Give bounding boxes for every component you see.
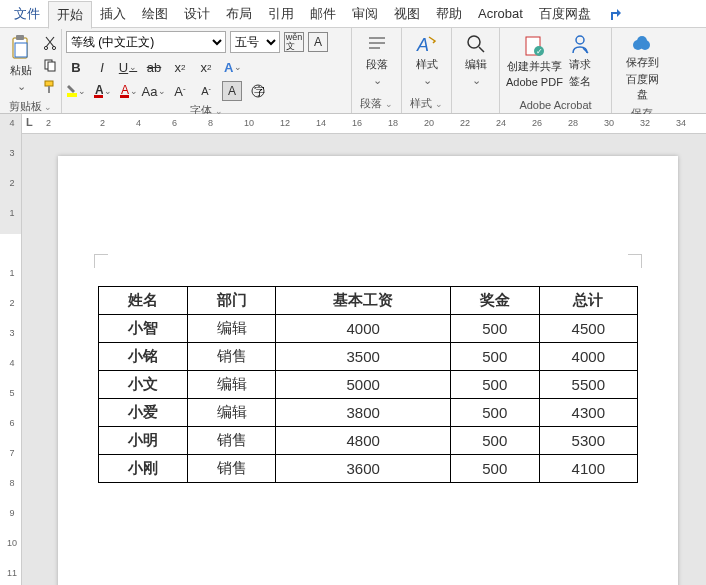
table-cell[interactable]: 500 — [450, 455, 539, 483]
vertical-ruler[interactable]: 43211234567891011 — [0, 114, 22, 585]
group-label-paragraph[interactable]: 段落 — [360, 97, 393, 109]
tab-5[interactable]: 引用 — [260, 1, 302, 27]
enclose-char-button[interactable]: 字 — [248, 81, 268, 101]
svg-rect-2 — [15, 43, 27, 57]
table-cell[interactable]: 小铭 — [99, 343, 188, 371]
tab-11[interactable]: 百度网盘 — [531, 1, 599, 27]
data-table[interactable]: 姓名部门基本工资奖金总计 小智编辑40005004500小铭销售35005004… — [98, 286, 638, 483]
underline-button[interactable]: U⌄ — [118, 57, 138, 77]
shrink-font-button[interactable]: Aˇ — [196, 81, 216, 101]
cut-button[interactable] — [40, 33, 60, 53]
tab-7[interactable]: 审阅 — [344, 1, 386, 27]
table-cell[interactable]: 5300 — [539, 427, 637, 455]
strike-button[interactable]: ab — [144, 57, 164, 77]
editing-button[interactable]: 编辑⌄ — [456, 31, 495, 89]
page-area[interactable]: 姓名部门基本工资奖金总计 小智编辑40005004500小铭销售35005004… — [22, 134, 706, 585]
text-effects-button[interactable]: A⌄ — [222, 57, 242, 77]
table-row[interactable]: 小铭销售35005004000 — [99, 343, 638, 371]
table-row[interactable]: 小刚销售36005004100 — [99, 455, 638, 483]
share-icon[interactable] — [603, 2, 627, 26]
table-cell[interactable]: 编辑 — [187, 315, 276, 343]
table-row[interactable]: 小文编辑50005005500 — [99, 371, 638, 399]
create-share-pdf-button[interactable]: ✓ 创建并共享 Adobe PDF — [504, 31, 565, 91]
table-cell[interactable]: 500 — [450, 371, 539, 399]
font-family-select[interactable]: 等线 (中文正文) — [66, 31, 226, 53]
table-cell[interactable]: 小爱 — [99, 399, 188, 427]
table-cell[interactable]: 500 — [450, 427, 539, 455]
table-cell[interactable]: 4000 — [276, 315, 451, 343]
request-sign-button[interactable]: 请求 签名 — [567, 31, 593, 91]
phonetic-guide-button[interactable]: wěn文 — [284, 32, 304, 52]
char-border-button[interactable]: A — [308, 32, 328, 52]
svg-rect-7 — [45, 81, 53, 86]
char-shading-color-button[interactable]: A⌄ — [118, 81, 138, 101]
save-baidu-button[interactable]: 保存到 百度网盘 — [616, 31, 668, 104]
font-size-select[interactable]: 五号 — [230, 31, 280, 53]
tab-8[interactable]: 视图 — [386, 1, 428, 27]
group-paragraph: 段落⌄ 段落 — [352, 28, 402, 113]
table-header[interactable]: 总计 — [539, 287, 637, 315]
change-case-button[interactable]: Aa⌄ — [144, 81, 164, 101]
tab-3[interactable]: 设计 — [176, 1, 218, 27]
ribbon: 粘贴⌄ 剪贴板 等线 (中文正文) 五号 wěn文 A B I U⌄ ab — [0, 28, 706, 114]
table-cell[interactable]: 5000 — [276, 371, 451, 399]
paragraph-button[interactable]: 段落⌄ — [356, 31, 397, 89]
table-cell[interactable]: 编辑 — [187, 371, 276, 399]
svg-rect-6 — [48, 62, 55, 71]
table-cell[interactable]: 5500 — [539, 371, 637, 399]
bold-button[interactable]: B — [66, 57, 86, 77]
table-row[interactable]: 小智编辑40005004500 — [99, 315, 638, 343]
tab-2[interactable]: 绘图 — [134, 1, 176, 27]
table-cell[interactable]: 3600 — [276, 455, 451, 483]
char-shading-button[interactable]: A — [222, 81, 242, 101]
tab-0[interactable]: 开始 — [48, 1, 92, 29]
group-label-clipboard[interactable]: 剪贴板 — [9, 100, 53, 112]
styles-button[interactable]: A 样式⌄ — [406, 31, 447, 89]
subscript-button[interactable]: x2 — [170, 57, 190, 77]
italic-button[interactable]: I — [92, 57, 112, 77]
document-page[interactable]: 姓名部门基本工资奖金总计 小智编辑40005004500小铭销售35005004… — [58, 156, 678, 585]
table-cell[interactable]: 3500 — [276, 343, 451, 371]
table-row[interactable]: 小爱编辑38005004300 — [99, 399, 638, 427]
svg-rect-8 — [48, 86, 50, 93]
copy-button[interactable] — [40, 55, 60, 75]
table-cell[interactable]: 4800 — [276, 427, 451, 455]
tab-6[interactable]: 邮件 — [302, 1, 344, 27]
table-cell[interactable]: 4000 — [539, 343, 637, 371]
table-row[interactable]: 小明销售48005005300 — [99, 427, 638, 455]
table-cell[interactable]: 小明 — [99, 427, 188, 455]
table-cell[interactable]: 4500 — [539, 315, 637, 343]
table-cell[interactable]: 4100 — [539, 455, 637, 483]
table-header[interactable]: 基本工资 — [276, 287, 451, 315]
tab-file[interactable]: 文件 — [6, 1, 48, 27]
tab-10[interactable]: Acrobat — [470, 2, 531, 25]
table-cell[interactable]: 500 — [450, 343, 539, 371]
tab-9[interactable]: 帮助 — [428, 1, 470, 27]
paste-button[interactable]: 粘贴⌄ — [4, 31, 38, 97]
table-cell[interactable]: 4300 — [539, 399, 637, 427]
svg-text:A: A — [416, 35, 429, 55]
table-cell[interactable]: 小刚 — [99, 455, 188, 483]
table-cell[interactable]: 销售 — [187, 343, 276, 371]
table-cell[interactable]: 500 — [450, 315, 539, 343]
table-header[interactable]: 部门 — [187, 287, 276, 315]
superscript-button[interactable]: x2 — [196, 57, 216, 77]
group-label-styles[interactable]: 样式 — [410, 97, 443, 109]
table-header[interactable]: 奖金 — [450, 287, 539, 315]
highlight-button[interactable]: ⌄ — [66, 81, 86, 101]
horizontal-ruler[interactable]: L 224681012141618202224262830323436 — [22, 114, 706, 134]
grow-font-button[interactable]: Aˆ — [170, 81, 190, 101]
table-cell[interactable]: 3800 — [276, 399, 451, 427]
table-cell[interactable]: 销售 — [187, 427, 276, 455]
tab-1[interactable]: 插入 — [92, 1, 134, 27]
table-cell[interactable]: 编辑 — [187, 399, 276, 427]
table-cell[interactable]: 小文 — [99, 371, 188, 399]
table-cell[interactable]: 500 — [450, 399, 539, 427]
format-painter-button[interactable] — [40, 77, 60, 97]
font-color-button[interactable]: A⌄ — [92, 81, 112, 101]
tab-4[interactable]: 布局 — [218, 1, 260, 27]
table-cell[interactable]: 销售 — [187, 455, 276, 483]
table-cell[interactable]: 小智 — [99, 315, 188, 343]
tab-stop-icon[interactable]: L — [26, 116, 33, 128]
table-header[interactable]: 姓名 — [99, 287, 188, 315]
